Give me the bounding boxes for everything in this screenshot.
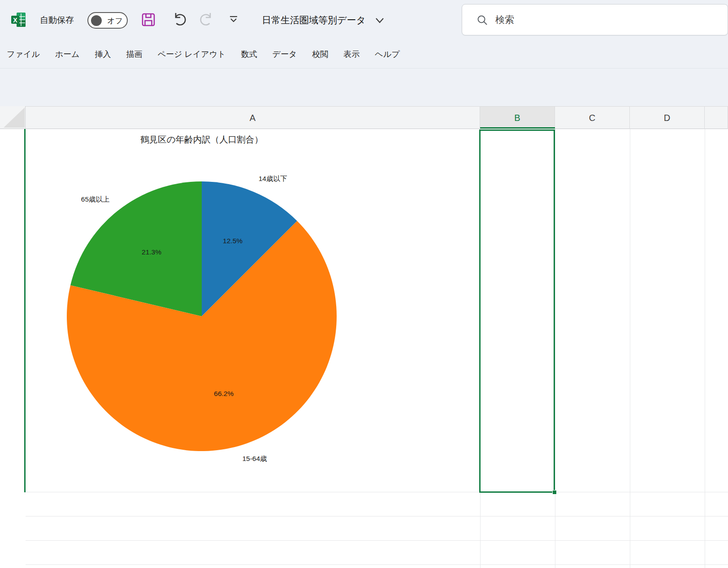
ribbon-tab-0[interactable]: ファイル	[7, 49, 40, 60]
pie-percent-label-2: 21.3%	[142, 248, 161, 256]
ribbon-tabs: ファイルホーム挿入描画ページ レイアウト数式データ校閲表示ヘルプ	[0, 40, 728, 68]
column-selection-accent	[480, 127, 555, 129]
column-header-B[interactable]: B	[480, 107, 555, 129]
chart-title: 鶴見区の年齢内訳（人口割合）	[140, 134, 263, 144]
column-header-partial[interactable]	[705, 107, 728, 129]
title-bar: X 自動保存 オフ 日常生活圏域等別データ 検索	[0, 0, 728, 40]
customize-quick-access-toolbar-button[interactable]	[229, 15, 238, 24]
pie-category-label-0: 14歳以下	[259, 175, 287, 182]
pie-category-label-2: 65歳以上	[81, 195, 110, 203]
search-icon	[477, 14, 488, 26]
ribbon-tab-bar: ファイルホーム挿入描画ページ レイアウト数式データ校閲表示ヘルプ	[0, 40, 728, 69]
gridline-horizontal	[26, 516, 728, 516]
ribbon-tab-3[interactable]: 描画	[126, 49, 143, 60]
pie-chart[interactable]: 鶴見区の年齢内訳（人口割合）12.5%14歳以下66.2%15-64歳21.3%…	[26, 129, 480, 492]
toggle-knob-icon	[91, 15, 102, 26]
document-title[interactable]: 日常生活圏域等別データ	[262, 14, 366, 26]
pie-category-label-1: 15-64歳	[242, 455, 267, 462]
ribbon-tab-7[interactable]: 校閲	[312, 49, 328, 60]
gridline-vertical	[480, 129, 481, 568]
svg-text:X: X	[13, 17, 17, 24]
chevron-down-icon[interactable]	[375, 17, 385, 24]
formula-bar: B1 ⋮ fx	[0, 69, 728, 106]
column-header-row: ABCD	[0, 106, 728, 129]
gridline-horizontal	[26, 540, 728, 541]
autosave-toggle[interactable]: オフ	[87, 12, 128, 29]
column-header-C[interactable]: C	[555, 107, 630, 129]
gridline-vertical	[630, 129, 630, 568]
pie-percent-label-1: 66.2%	[214, 390, 234, 397]
ribbon-tab-1[interactable]: ホーム	[55, 49, 80, 60]
fill-handle[interactable]	[552, 490, 557, 495]
ribbon-tab-2[interactable]: 挿入	[95, 49, 111, 60]
gridline-horizontal	[26, 564, 728, 565]
pie-percent-label-0: 12.5%	[223, 237, 243, 245]
undo-button[interactable]	[171, 11, 188, 28]
ribbon-tab-6[interactable]: データ	[273, 49, 297, 60]
autosave-label: 自動保存	[40, 14, 74, 26]
ribbon-tab-9[interactable]: ヘルプ	[375, 49, 399, 60]
redo-button[interactable]	[198, 11, 215, 28]
gridline-vertical	[555, 129, 555, 568]
column-header-A[interactable]: A	[26, 107, 480, 129]
excel-logo-icon: X	[10, 12, 26, 28]
column-header-D[interactable]: D	[630, 107, 705, 129]
autosave-state: オフ	[107, 16, 123, 26]
ribbon-tab-8[interactable]: 表示	[343, 49, 360, 60]
select-all-button[interactable]	[0, 106, 26, 129]
gridline-vertical	[705, 129, 705, 568]
ribbon-tab-4[interactable]: ページ レイアウト	[158, 49, 226, 60]
select-all-triangle-icon	[4, 108, 25, 128]
save-button[interactable]	[140, 11, 157, 28]
search-input[interactable]: 検索	[462, 4, 728, 35]
search-placeholder: 検索	[495, 13, 514, 26]
ribbon-tab-5[interactable]: 数式	[241, 49, 257, 60]
row-selection-accent	[24, 129, 26, 492]
